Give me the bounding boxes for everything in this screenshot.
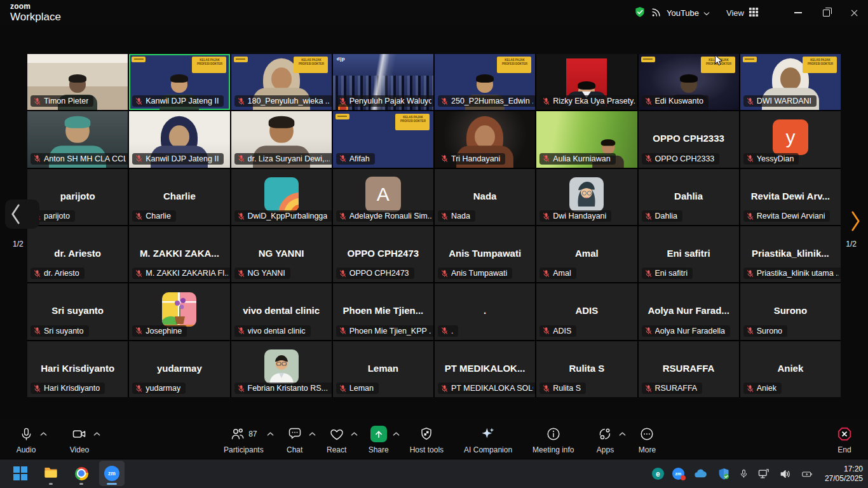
participant-tile[interactable]: Anis TumpawatiAnis Tumpawati [435,226,535,282]
mic-muted-icon [339,327,347,335]
participant-tile[interactable]: Anton SH MH CLA CCL [27,111,128,167]
participant-tile[interactable]: Timon Pieter [27,54,128,110]
participant-tile[interactable]: dr. Liza Suryani Dewi,... [231,111,332,167]
chevron-up-icon[interactable] [309,431,316,437]
participant-tile[interactable]: Tri Handayani [435,111,535,167]
toolbar-share-button[interactable]: Share [368,425,390,454]
taskbar-explorer-button[interactable] [38,461,64,486]
participant-tile[interactable]: Rizky Eka Uya Prasety... [536,54,637,110]
chevron-up-icon[interactable] [93,431,100,437]
tray-battery-icon[interactable] [800,468,814,480]
participant-tile[interactable]: Aolya Nur Farad...Aolya Nur Faradella [639,283,739,339]
toolbar-react-button[interactable]: React [326,425,348,454]
tray-display-icon[interactable] [757,468,771,480]
participant-tile[interactable]: KELAS PAJAK PROFESI DOKTERAfifah [333,111,433,167]
restore-button[interactable] [812,0,840,25]
participant-tile[interactable]: Eni safitriEni safitri [639,226,739,282]
participant-tile[interactable]: M. ZAKKI ZAKA...M. ZAKKI ZAKARIA FI... [129,226,229,282]
chevron-up-icon[interactable] [619,431,626,437]
chevron-up-icon[interactable] [40,431,47,437]
participant-tile[interactable]: RSURAFFARSURAFFA [639,341,739,397]
participant-tile[interactable]: parijotoparijoto [27,169,128,225]
participant-tile[interactable]: NadaNada [435,169,535,225]
participant-tile[interactable]: KELAS PAJAK PROFESI DOKTER180_Penyuluh_w… [231,54,332,110]
participant-tile[interactable]: Kanwil DJP Jateng II [129,111,229,167]
toolbar-more-button[interactable]: More [636,425,658,454]
participant-name-label: vivo dental clinic [248,327,306,336]
participant-tile[interactable]: dr. Ariestodr. Ariesto [27,226,128,282]
minimize-button[interactable] [784,0,812,25]
participant-tile[interactable]: Sri suyantoSri suyanto [27,283,128,339]
participant-tile[interactable]: AmalAmal [536,226,637,282]
previous-page-button[interactable] [5,200,39,229]
tray-microphone-icon[interactable] [739,469,749,478]
participant-display-name: parijoto [30,191,125,201]
participant-tile[interactable]: .. [435,283,535,339]
chevron-up-icon[interactable] [267,431,274,437]
participant-name-label: Rizky Eka Uya Prasety... [553,97,635,105]
toolbar-audio-button[interactable]: Audio [15,425,37,454]
view-button[interactable]: View [726,7,759,19]
participant-tile[interactable]: SuronoSurono [740,283,841,339]
participant-tile[interactable]: KELAS PAJAK PROFESI DOKTERDWI WARDANI [740,54,841,110]
toolbar-video-button[interactable]: Video [69,425,90,454]
participant-tile[interactable]: PT MEDIKALOK...PT MEDIKALOKA SOLO [435,341,535,397]
close-button[interactable] [840,0,868,25]
tray-security-icon[interactable] [717,467,731,481]
participant-tile[interactable]: vivo dental clinicvivo dental clinic [231,283,332,339]
toolbar-end-button[interactable]: End [834,425,855,454]
live-stream-button[interactable]: YouTube [634,6,710,20]
participant-tile[interactable]: Rulita SRulita S [536,341,637,397]
participant-tile[interactable]: yYessyDian [740,111,841,167]
taskbar-chrome-button[interactable] [69,461,94,486]
participant-tile[interactable]: AniekAniek [740,341,841,397]
participant-display-name: Leman [336,363,431,374]
taskbar-start-button[interactable] [8,461,33,486]
participant-tile[interactable]: NG YANNING YANNI [231,226,332,282]
participant-name-label: Kanwil DJP Jateng II [146,154,219,163]
chevron-up-icon[interactable] [393,431,400,437]
participant-tile[interactable]: Revita Dewi Arv...Revita Dewi Arviani [740,169,841,225]
participant-tile[interactable]: Dwi Handayani [536,169,637,225]
participant-tile[interactable]: OPPO CPH2473OPPO CPH2473 [333,226,433,282]
next-page-button[interactable] [851,211,860,234]
participant-display-name: Dahlia [641,191,736,201]
participant-tile[interactable]: Febrian Kristanto RS... [231,341,332,397]
toolbar-meeting-info-button[interactable]: Meeting info [532,425,574,454]
participant-tile[interactable]: KELAS PAJAK PROFESI DOKTER250_P2Humas_Ed… [435,54,535,110]
tray-zoom-tray-icon[interactable]: zm [672,468,684,480]
participant-tile[interactable]: Priastika_klinik...Priastika_klinik utam… [740,226,841,282]
participant-tile[interactable]: yudarmayyudarmay [129,341,229,397]
chevron-up-icon[interactable] [351,431,358,437]
participant-tile[interactable]: DahliaDahlia [639,169,739,225]
event-badge: KELAS PAJAK PROFESI DOKTER [294,57,328,73]
participant-tile[interactable]: LemanLeman [333,341,433,397]
mic-muted-icon [542,212,550,220]
tray-eset-icon[interactable]: e [652,468,664,480]
participant-tile[interactable]: Hari KrisdiyantoHari Krisdiyanto [27,341,128,397]
tray-onedrive-icon[interactable] [693,466,709,482]
toolbar-apps-button[interactable]: Apps [594,425,616,454]
participant-tile[interactable]: KELAS PAJAK PROFESI DOKTEREdi Kuswanto [639,54,739,110]
stream-platform-label: YouTube [667,8,699,18]
participant-tile[interactable]: DwiD_KppPurbalingga [231,169,332,225]
participant-tile[interactable]: Phoen Mie Tjien...Phoen Mie Tjien_KPP ..… [333,283,433,339]
tray-volume-icon[interactable] [779,468,792,480]
participant-tile[interactable]: OPPO CPH2333OPPO CPH2333 [639,111,739,167]
participant-tile[interactable]: AAdelayde Ronauli Sim... [333,169,433,225]
participant-tile[interactable]: Josephine [129,283,229,339]
toolbar-participants-button[interactable]: 87Participants [224,425,264,454]
toolbar-ai-companion-button[interactable]: AI Companion [464,425,512,454]
toolbar-host-tools-button[interactable]: Host tools [410,425,444,454]
participant-tile[interactable]: ADISADIS [536,283,637,339]
participant-nameplate: DWI WARDANI [743,95,817,107]
participant-name-label: Sri suyanto [44,327,84,336]
participant-tile[interactable]: Penyuluh Pajak Waluyo [333,54,433,110]
clock-time: 17:20 [825,464,863,474]
taskbar-zoom-button[interactable]: zm [99,461,125,486]
participant-tile[interactable]: KELAS PAJAK PROFESI DOKTERKanwil DJP Jat… [129,54,229,110]
taskbar-clock[interactable]: 17:2027/05/2025 [825,464,863,484]
participant-tile[interactable]: CharlieCharlie [129,169,229,225]
toolbar-chat-button[interactable]: Chat [284,425,306,454]
participant-tile[interactable]: Aulia Kurniawan [536,111,637,167]
